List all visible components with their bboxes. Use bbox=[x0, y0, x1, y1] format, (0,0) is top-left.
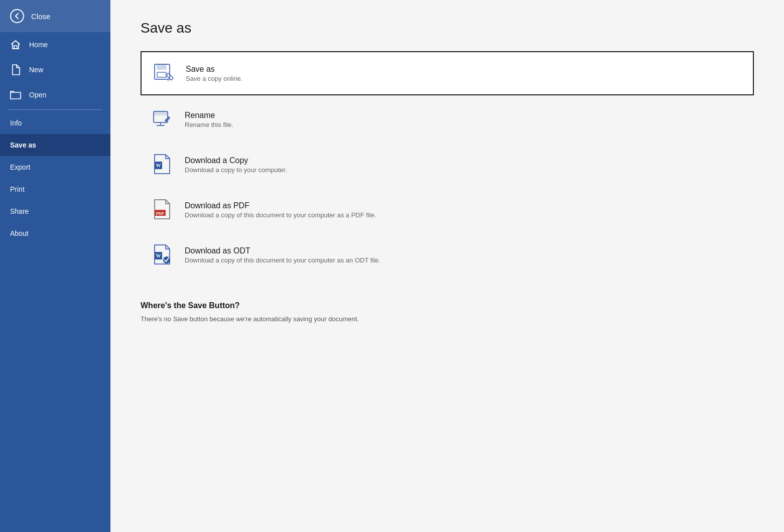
svg-rect-0 bbox=[14, 46, 17, 49]
sidebar-item-about[interactable]: About bbox=[0, 222, 110, 244]
download-pdf-icon: PDF bbox=[151, 198, 175, 222]
download-odt-icon: W bbox=[151, 243, 175, 267]
download-odt-title: Download as ODT bbox=[185, 246, 744, 255]
rename-desc: Rename this file. bbox=[185, 121, 744, 128]
new-label: New bbox=[29, 66, 43, 74]
rename-text-block: Rename Rename this file. bbox=[185, 111, 744, 128]
sidebar-item-export[interactable]: Export bbox=[0, 156, 110, 178]
save-as-icon bbox=[152, 61, 176, 85]
info-label: Info bbox=[10, 119, 22, 127]
option-download-odt[interactable]: W Download as ODT Download a copy of thi… bbox=[141, 234, 754, 276]
svg-text:W: W bbox=[156, 253, 161, 258]
download-odt-desc: Download a copy of this document to your… bbox=[185, 256, 744, 264]
where-save-desc: There's no Save button because we're aut… bbox=[141, 315, 754, 323]
option-save-as[interactable]: Save as Save a copy online. bbox=[141, 51, 754, 95]
rename-title: Rename bbox=[185, 111, 744, 120]
download-pdf-text-block: Download as PDF Download a copy of this … bbox=[185, 201, 744, 219]
about-label: About bbox=[10, 229, 29, 237]
folder-icon bbox=[10, 89, 21, 100]
download-pdf-desc: Download a copy of this document to your… bbox=[185, 211, 744, 219]
where-save-title: Where's the Save Button? bbox=[141, 301, 754, 310]
sidebar-item-open[interactable]: Open bbox=[0, 82, 110, 107]
sidebar-divider bbox=[8, 109, 102, 110]
rename-icon bbox=[151, 107, 175, 131]
sidebar-item-home[interactable]: Home bbox=[0, 32, 110, 57]
home-icon bbox=[10, 39, 21, 50]
save-as-label: Save as bbox=[10, 141, 36, 149]
print-label: Print bbox=[10, 185, 25, 193]
sidebar-item-print[interactable]: Print bbox=[0, 178, 110, 200]
download-odt-text-block: Download as ODT Download a copy of this … bbox=[185, 246, 744, 264]
main-content: Save as Save as Save a copy online. bbox=[110, 0, 784, 532]
svg-rect-7 bbox=[154, 111, 168, 115]
svg-line-5 bbox=[168, 80, 169, 81]
new-doc-icon bbox=[10, 64, 21, 75]
download-copy-text-block: Download a Copy Download a copy to your … bbox=[185, 156, 744, 174]
save-button-section: Where's the Save Button? There's no Save… bbox=[141, 301, 754, 323]
sidebar-item-info[interactable]: Info bbox=[0, 112, 110, 134]
close-label: Close bbox=[31, 12, 50, 21]
share-label: Share bbox=[10, 207, 29, 215]
back-arrow-icon bbox=[10, 9, 24, 23]
download-copy-icon: W bbox=[151, 153, 175, 177]
open-label: Open bbox=[29, 91, 46, 99]
download-pdf-title: Download as PDF bbox=[185, 201, 744, 210]
close-button[interactable]: Close bbox=[0, 0, 110, 32]
download-copy-title: Download a Copy bbox=[185, 156, 744, 165]
svg-rect-2 bbox=[157, 64, 166, 69]
download-copy-desc: Download a copy to your computer. bbox=[185, 166, 744, 174]
svg-text:W: W bbox=[156, 163, 161, 168]
page-title: Save as bbox=[141, 20, 754, 36]
sidebar-item-share[interactable]: Share bbox=[0, 200, 110, 222]
svg-text:PDF: PDF bbox=[156, 211, 164, 216]
option-download-pdf[interactable]: PDF Download as PDF Download a copy of t… bbox=[141, 189, 754, 231]
export-label: Export bbox=[10, 163, 30, 171]
sidebar: Close Home New Open bbox=[0, 0, 110, 532]
save-as-text-block: Save as Save a copy online. bbox=[186, 65, 743, 82]
sidebar-item-new[interactable]: New bbox=[0, 57, 110, 82]
option-rename[interactable]: Rename Rename this file. bbox=[141, 98, 754, 141]
sidebar-item-save-as[interactable]: Save as bbox=[0, 134, 110, 156]
save-as-desc: Save a copy online. bbox=[186, 75, 743, 82]
option-download-copy[interactable]: W Download a Copy Download a copy to you… bbox=[141, 144, 754, 186]
save-as-title: Save as bbox=[186, 65, 743, 74]
svg-rect-3 bbox=[157, 72, 166, 77]
home-label: Home bbox=[29, 41, 48, 49]
